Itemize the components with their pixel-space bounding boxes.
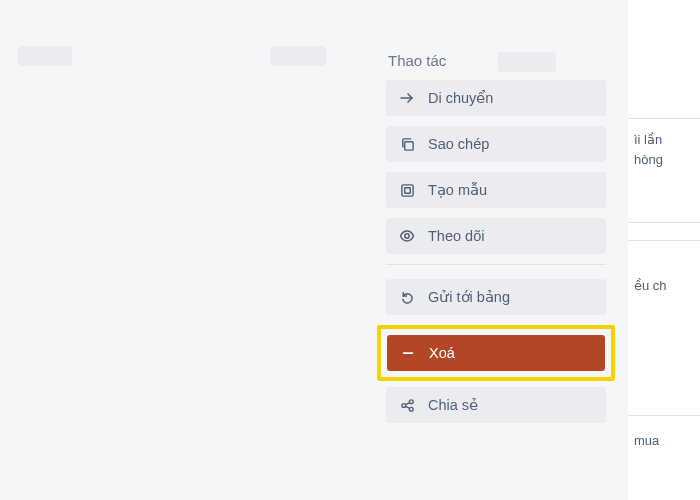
svg-rect-2 <box>401 184 412 195</box>
background-text: ều ch <box>634 278 667 293</box>
action-label: Gửi tới bảng <box>428 289 510 305</box>
svg-rect-1 <box>404 141 412 149</box>
svg-point-7 <box>401 403 405 407</box>
arrow-right-icon <box>398 89 416 107</box>
background-text: hòng <box>634 152 663 167</box>
make-template-button[interactable]: Tạo mẫu <box>386 172 606 208</box>
action-label: Chia sẻ <box>428 397 478 413</box>
action-label: Theo dõi <box>428 228 484 244</box>
background-text: ìi lần <box>634 132 662 147</box>
template-icon <box>398 181 416 199</box>
svg-line-9 <box>405 402 409 404</box>
actions-section-title: Thao tác <box>388 52 446 69</box>
svg-rect-3 <box>404 187 410 193</box>
minus-icon <box>399 344 417 362</box>
highlight-box: Xoá <box>377 325 615 381</box>
share-button[interactable]: Chia sẻ <box>386 387 606 423</box>
svg-line-10 <box>405 406 409 408</box>
move-button[interactable]: Di chuyển <box>386 80 606 116</box>
background-text: mua <box>634 433 659 448</box>
action-label: Di chuyển <box>428 90 493 106</box>
watch-button[interactable]: Theo dõi <box>386 218 606 254</box>
share-icon <box>398 396 416 414</box>
copy-button[interactable]: Sao chép <box>386 126 606 162</box>
undo-icon <box>398 288 416 306</box>
svg-point-8 <box>409 407 413 411</box>
action-label: Sao chép <box>428 136 489 152</box>
card-panel: Thao tác Di chuyển Sao chép <box>0 0 628 500</box>
delete-button[interactable]: Xoá <box>387 335 605 371</box>
action-label: Tạo mẫu <box>428 182 487 198</box>
svg-point-4 <box>405 234 409 238</box>
background-panel: ìi lần hòng ều ch mua <box>628 0 700 500</box>
divider <box>386 264 606 265</box>
svg-point-6 <box>409 399 413 403</box>
placeholder <box>18 46 72 66</box>
actions-list: Di chuyển Sao chép Tạo mẫu <box>386 80 606 433</box>
copy-icon <box>398 135 416 153</box>
placeholder <box>498 52 556 72</box>
action-label: Xoá <box>429 345 455 361</box>
send-to-board-button[interactable]: Gửi tới bảng <box>386 279 606 315</box>
placeholder <box>270 46 326 66</box>
eye-icon <box>398 227 416 245</box>
